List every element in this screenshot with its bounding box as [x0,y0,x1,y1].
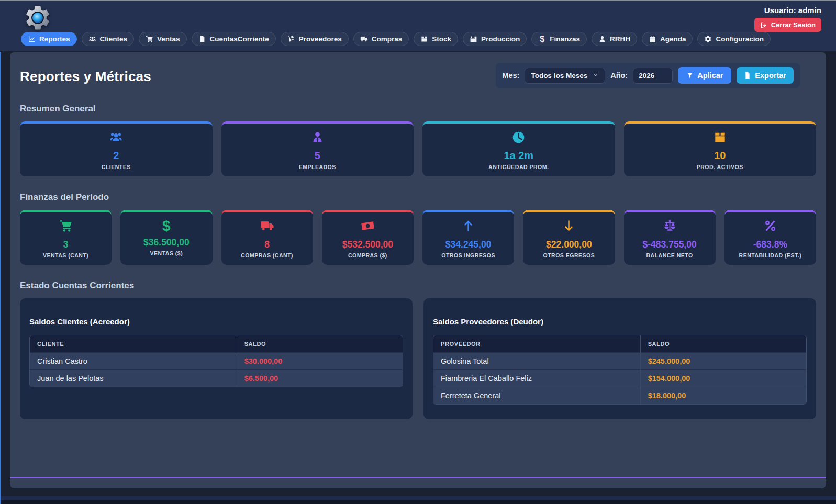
user-box: Usuario: admin Cerrar Sesión [754,6,821,32]
nav-tab-label: Ventas [157,35,180,43]
users-icon [109,130,123,144]
dolly-icon [287,35,295,43]
stat-card-value: $36.500,00 [124,237,209,248]
balance-scale-icon [663,219,677,233]
nav-tab-stock[interactable]: Stock [414,32,458,46]
nav-tab-finanzas[interactable]: $Finanzas [531,32,587,46]
name-cell: Fiambreria El Caballo Feliz [433,370,640,387]
month-select-value: Todos los Meses [531,72,587,80]
logout-button[interactable]: Cerrar Sesión [754,18,821,32]
table-row: Juan de las Pelotas$6.500,00 [30,370,403,387]
chevron-down-icon [593,72,599,79]
column-header: PROVEEDOR [433,335,640,353]
year-label: Año: [610,71,628,80]
money-bill-icon [361,219,375,233]
finance-section-title: Finanzas del Período [20,192,816,203]
user-icon [598,35,606,43]
stat-card-label: OTROS INGRESOS [426,252,511,259]
nav-tab-cuentascorriente[interactable]: CuentasCorriente [192,32,276,46]
nav-tab-clientes[interactable]: Clientes [82,32,135,46]
dollar-icon: $ [159,219,173,233]
nav-tab-configuracion[interactable]: Configuracion [697,32,771,46]
table-row: Cristian Castro$30.000,00 [30,353,403,370]
stat-card-otros-ingresos: $34.245,00OTROS INGRESOS [422,210,514,265]
stat-card-value: $532.500,00 [325,239,410,250]
name-cell: Golosina Total [433,353,640,370]
amount-cell: $154.000,00 [640,370,806,387]
apply-label: Aplicar [697,71,723,80]
table-row: Fiambreria El Caballo Feliz$154.000,00 [433,370,806,387]
nav-tab-produccion[interactable]: Produccion [463,32,527,46]
truck-icon [360,35,368,43]
account-tables-row: Saldos Clientes (Acreedor)CLIENTESALDOCr… [20,298,816,419]
table-title: Saldos Proveedores (Deudor) [433,317,807,326]
table-header-row: PROVEEDORSALDO [433,335,806,353]
stat-card-value: $34.245,00 [426,239,511,250]
chart-line-icon [28,35,36,43]
table-row: Golosina Total$245.000,00 [433,353,806,370]
nav-tab-ventas[interactable]: Ventas [139,32,187,46]
clock-icon [511,130,526,144]
arrow-up-icon [461,219,475,233]
nav-tab-label: RRHH [610,35,630,43]
gear-icon [704,35,712,43]
file-pdf-icon [744,72,751,79]
column-header: SALDO [640,335,806,353]
column-header: CLIENTE [30,335,237,353]
nav-tab-label: Stock [432,35,451,43]
nav-tab-label: Compras [372,35,403,43]
stat-card-value: 5 [225,150,411,162]
amount-cell: $245.000,00 [640,353,806,370]
stat-card-label: VENTAS (CANT) [23,252,108,259]
column-header: SALDO [237,335,403,353]
balances-table: PROVEEDORSALDOGolosina Total$245.000,00F… [433,335,806,404]
nav-tab-proveedores[interactable]: Proveedores [281,32,349,46]
main-content-panel: Reportes y Métricas Mes: Todos los Meses… [10,52,826,488]
stat-card-ventas: $$36.500,00VENTAS ($) [120,210,212,265]
nav-tab-agenda[interactable]: Agenda [642,32,693,46]
nav-tab-compras[interactable]: Compras [353,32,409,46]
nav-tab-reportes[interactable]: Reportes [21,32,77,46]
percent-icon [763,219,777,233]
nav-tab-label: Configuracion [716,35,764,43]
arrow-down-icon [562,219,576,233]
nav-tab-label: Clientes [100,35,128,43]
accounts-section-title: Estado Cuentas Corrientes [20,281,816,291]
nav-tab-label: Reportes [39,35,70,43]
stat-card-rentabilidad-est: -683.8%RENTABILIDAD (EST.) [724,210,816,265]
cart-icon [59,219,73,233]
stat-card-empleados: 5EMPLEADOS [221,121,414,176]
panel-bottom-divider [10,477,826,478]
stat-card-otros-egresos: $22.000,00OTROS EGRESOS [523,210,615,265]
filter-icon [686,72,694,79]
month-select[interactable]: Todos los Meses [525,68,605,84]
stat-card-label: VENTAS ($) [124,250,209,256]
stat-card-label: OTROS EGRESOS [526,252,611,259]
year-input[interactable] [633,68,673,84]
stat-card-value: 2 [23,150,209,162]
footer-edge [0,500,836,504]
nav-tab-label: Agenda [660,35,686,43]
table-panel-saldos-proveedores-deudor: Saldos Proveedores (Deudor)PROVEEDORSALD… [423,298,816,419]
export-button[interactable]: Exportar [737,67,794,84]
stat-card-label: ANTIGÜEDAD PROM. [426,164,612,170]
stat-card-value: 8 [225,239,310,250]
stat-card-ventas-cant: 3VENTAS (CANT) [20,210,112,265]
summary-cards-row: 2CLIENTES5EMPLEADOS1a 2mANTIGÜEDAD PROM.… [20,121,816,176]
stat-card-label: CLIENTES [23,164,209,170]
calendar-icon [649,35,656,43]
top-navbar: ReportesClientesVentasCuentasCorrientePr… [0,0,836,51]
logout-label: Cerrar Sesión [771,21,816,29]
nav-tab-rrhh[interactable]: RRHH [592,32,637,46]
stat-card-value: 10 [627,150,813,162]
table-title: Saldos Clientes (Acreedor) [29,317,403,326]
users-icon [88,35,96,43]
apply-button[interactable]: Aplicar [678,67,731,84]
app-logo-gear-icon [23,3,52,32]
amount-cell: $18.000,00 [640,387,806,405]
page-header: Reportes y Métricas Mes: Todos los Meses… [20,63,816,88]
table-panel-saldos-clientes-acreedor: Saldos Clientes (Acreedor)CLIENTESALDOCr… [20,298,413,419]
amount-cell: $30.000,00 [237,353,403,370]
stat-card-label: COMPRAS (CANT) [225,252,310,259]
table-header-row: CLIENTESALDO [30,335,403,353]
